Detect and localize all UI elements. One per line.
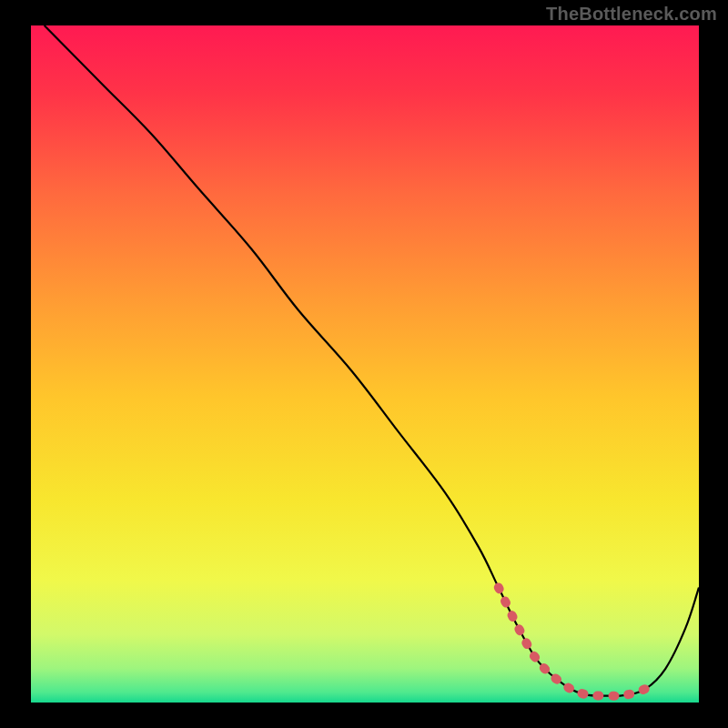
bottleneck-chart <box>0 0 728 728</box>
chart-stage: TheBottleneck.com <box>0 0 728 728</box>
watermark-text: TheBottleneck.com <box>546 4 717 25</box>
plot-gradient-area <box>31 25 699 703</box>
